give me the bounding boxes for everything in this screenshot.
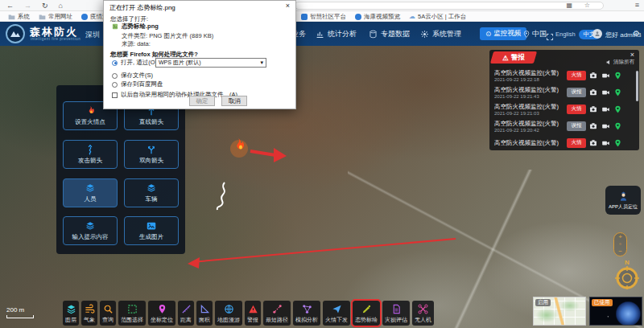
tool-input-prompt[interactable]: 输入提示内容: [63, 216, 118, 245]
toolbar-situation-plot[interactable]: 态势标绘: [353, 301, 380, 326]
country-selector[interactable]: 中国: [523, 22, 547, 46]
open-with-value: WPS 图片 (默认): [159, 59, 201, 67]
alarm-scrollbar[interactable]: [636, 71, 638, 101]
location-pin-icon[interactable]: [614, 122, 621, 130]
location-pin-icon[interactable]: [614, 88, 621, 96]
reload-icon[interactable]: ↻: [42, 2, 48, 10]
location-pin-icon[interactable]: [614, 139, 621, 147]
alarm-row[interactable]: 高空防火视频监控(火警) 火情: [489, 134, 639, 150]
marker-pen-icon: [361, 304, 372, 314]
alarm-row[interactable]: 高空防火视频监控(火警)2021-09-22 19:21:43 误报: [489, 84, 639, 100]
basemap-2d-thumbnail[interactable]: 启用: [533, 297, 586, 326]
compass-ring[interactable]: [617, 269, 637, 288]
compass-widget[interactable]: N: [612, 258, 642, 293]
cancel-button[interactable]: 取消: [221, 96, 247, 106]
camcorder-icon[interactable]: [601, 122, 610, 130]
remember-checkbox[interactable]: [112, 92, 118, 98]
radio-open-with[interactable]: [112, 60, 118, 66]
camera-icon[interactable]: [589, 72, 597, 80]
radio-save-cloud[interactable]: [112, 82, 118, 88]
toolbar-damage-assessment[interactable]: 灾损评估: [382, 301, 410, 326]
toolbar-shortest-path[interactable]: 最短路径: [263, 301, 291, 326]
camcorder-icon[interactable]: [601, 139, 610, 147]
zoom-reset-icon[interactable]: ◦: [619, 241, 621, 248]
map-canvas[interactable]: 设置火情点 直线箭头 攻击箭头 双向箭头 人员 车辆: [0, 46, 644, 328]
folder-icon: [39, 14, 46, 20]
toolbar-distance[interactable]: 距离: [178, 301, 194, 326]
nav-item-special-data[interactable]: 专题数据: [369, 22, 410, 46]
attack-arrow-short[interactable]: [250, 151, 275, 155]
camcorder-icon[interactable]: [601, 72, 610, 80]
alarm-close-icon[interactable]: ×: [630, 51, 634, 59]
tool-attack-arrow[interactable]: 攻击箭头: [63, 140, 118, 169]
location-pin-icon[interactable]: [614, 72, 621, 80]
toolbar-map-roam[interactable]: 地图漫游: [215, 301, 242, 326]
app-personnel-locate-button[interactable]: APP人员定位: [605, 186, 641, 215]
ok-button[interactable]: 确定: [189, 96, 215, 106]
camcorder-icon[interactable]: [601, 88, 610, 96]
toolbar-alarm[interactable]: 警报: [245, 301, 261, 326]
camera-icon[interactable]: [589, 88, 597, 96]
toolbar-drone[interactable]: 无人机: [412, 301, 434, 326]
bookmark-5a-cloud[interactable]: ☁5A云小区 | 工作台: [409, 13, 466, 21]
clear-all-button[interactable]: 清除所有: [606, 59, 634, 66]
app-logo: [6, 24, 25, 43]
camera-icon[interactable]: [589, 105, 597, 113]
toolbar-simulation-analysis[interactable]: 模拟分析: [293, 301, 320, 326]
fire-badge[interactable]: 火情: [567, 105, 586, 114]
dialog-close-icon[interactable]: ×: [286, 2, 290, 10]
tool-personnel[interactable]: 人员: [63, 178, 118, 207]
false-alarm-badge[interactable]: 误报: [567, 88, 586, 97]
url-bar[interactable]: ▦ ☆: [295, 2, 604, 10]
tool-generate-image[interactable]: 生成图片: [124, 216, 179, 245]
fire-point-icon[interactable]: [237, 138, 244, 149]
toolbar-area[interactable]: 面积: [196, 301, 213, 326]
alarm-row[interactable]: 高空防火视频监控(火警)2021-09-22 19:22:18 火情: [489, 67, 639, 84]
zoom-in-icon[interactable]: +: [618, 234, 622, 240]
map-zoom-control[interactable]: + ◦ −: [613, 232, 627, 256]
fire-badge[interactable]: 火情: [567, 71, 586, 80]
forward-icon[interactable]: →: [24, 2, 31, 10]
toolbar-range-select[interactable]: 范围选择: [118, 301, 146, 326]
camcorder-icon[interactable]: [601, 105, 610, 113]
settings-gear-icon[interactable]: ⚙: [633, 29, 640, 38]
nav-item-system-management[interactable]: 系统管理: [420, 22, 461, 46]
toolbar-fire-dispatch[interactable]: 火情下发: [323, 301, 350, 326]
bookmark-star-icon[interactable]: ☆: [584, 2, 590, 9]
toolbar-weather[interactable]: 气象: [81, 301, 97, 326]
avatar[interactable]: [592, 29, 602, 39]
toolbar-layers[interactable]: 图层: [63, 301, 79, 326]
home-icon[interactable]: ⌂: [59, 2, 63, 10]
tool-vehicles[interactable]: 车辆: [124, 178, 179, 207]
nav-item-statistics[interactable]: 统计分析: [316, 22, 357, 46]
lang-english[interactable]: English: [555, 31, 576, 38]
fullscreen-icon[interactable]: [546, 30, 554, 44]
radio-save-file[interactable]: [112, 73, 118, 79]
alarm-row[interactable]: 高空防火视频监控(火警)2021-09-22 19:20:42 误报: [489, 117, 639, 134]
tool-two-way-arrow[interactable]: 双向箭头: [124, 140, 179, 169]
camera-icon[interactable]: [589, 139, 597, 147]
qr-code-icon[interactable]: ▦: [566, 2, 572, 9]
basemap-3d-thumbnail[interactable]: 已使用: [589, 297, 642, 326]
menu-icon[interactable]: ≡: [635, 1, 639, 9]
bookmark-folder-system[interactable]: 系统: [8, 13, 30, 21]
bookmark-folder-common[interactable]: 常用网址: [39, 13, 72, 21]
bookmark-community-platform[interactable]: 智慧社区平台: [301, 13, 346, 21]
alarm-time: 2021-09-22 19:20:42: [494, 128, 564, 133]
location-pin-icon[interactable]: [614, 105, 621, 113]
fire-badge[interactable]: 火情: [567, 138, 586, 148]
alarm-row[interactable]: 高空防火视频监控(火警)2021-09-22 19:21:03 火情: [489, 100, 639, 117]
back-icon[interactable]: ←: [6, 2, 14, 10]
camera-icon[interactable]: [589, 122, 597, 130]
basemap-3d-tag: 已使用: [592, 299, 613, 306]
bookmark-hikvision-preview[interactable]: 海康视频预览: [355, 13, 400, 21]
alarm-time: 2021-09-22 19:21:03: [494, 111, 564, 116]
false-alarm-badge[interactable]: 误报: [567, 121, 586, 131]
zoom-out-icon[interactable]: −: [618, 248, 622, 255]
toolbar-coordinate-locate[interactable]: 坐标定位: [148, 301, 175, 326]
open-with-dropdown[interactable]: WPS 图片 (默认) ▾: [155, 58, 266, 68]
toolbar-query[interactable]: 查询: [100, 301, 116, 326]
monitor-video-button[interactable]: ⊙ 监控视频: [480, 27, 526, 40]
ruler-icon: [181, 304, 192, 314]
mountain-logo-icon: [9, 27, 22, 40]
